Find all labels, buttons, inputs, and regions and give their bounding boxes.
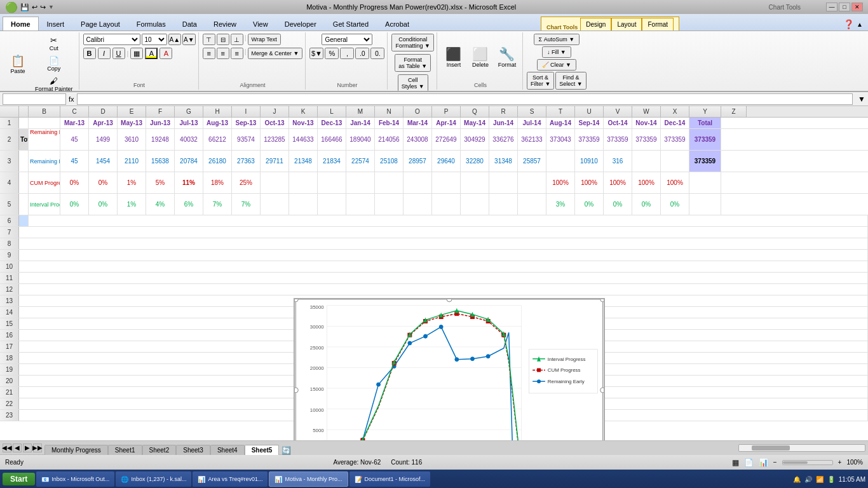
cell-rest-11[interactable]	[19, 273, 868, 283]
underline-button[interactable]: U	[112, 48, 125, 59]
tab-data[interactable]: Data	[174, 17, 205, 30]
normal-view-icon[interactable]: ▦	[732, 458, 739, 467]
find-select-button[interactable]: Find &Select ▼	[555, 72, 586, 90]
cell-H3[interactable]: 26180	[203, 151, 232, 172]
cell-Y4[interactable]	[689, 172, 721, 193]
ribbon-minimize-icon[interactable]: ▲	[857, 21, 863, 28]
fill-color-button[interactable]: A	[145, 48, 158, 59]
cell-K5[interactable]	[289, 194, 318, 215]
cell-N3[interactable]: 25108	[375, 151, 403, 172]
cell-B2[interactable]: Cum Remaining Early	[29, 129, 60, 150]
cell-Q2[interactable]: 304929	[461, 129, 489, 150]
cell-M5[interactable]	[346, 194, 375, 215]
cell-W4[interactable]: 100%	[632, 172, 661, 193]
col-header-G[interactable]: G	[175, 106, 203, 117]
col-header-empty[interactable]	[19, 106, 29, 117]
cell-F3[interactable]: 15638	[146, 151, 175, 172]
cell-F4[interactable]: 5%	[146, 172, 175, 193]
cell-R2[interactable]: 336276	[489, 129, 518, 150]
col-header-S[interactable]: S	[518, 106, 546, 117]
cell-rest-12[interactable]	[19, 284, 868, 295]
col-header-Z[interactable]: Z	[721, 106, 747, 117]
tab-get-started[interactable]: Get Started	[325, 17, 377, 30]
cell-J3[interactable]: 29711	[261, 151, 289, 172]
cell-Y2[interactable]: 373359	[689, 129, 721, 150]
row-num-21[interactable]: 21	[0, 387, 19, 398]
sort-filter-button[interactable]: Sort &Filter ▼	[527, 72, 554, 90]
cell-T3[interactable]	[546, 151, 575, 172]
cell-L5[interactable]	[318, 194, 346, 215]
copy-button[interactable]: 📄Copy	[32, 54, 76, 74]
row-num-13[interactable]: 13	[0, 295, 19, 306]
sheet-tab-sheet4[interactable]: Sheet4	[210, 445, 245, 455]
help-icon[interactable]: ❓	[843, 19, 854, 29]
cell-C4[interactable]: 0%	[60, 172, 89, 193]
cell-P4[interactable]	[432, 172, 461, 193]
cell-M2[interactable]: 189040	[346, 129, 375, 150]
taskbar-area-vs[interactable]: 📊Area vs Treq#rev01...	[193, 471, 268, 487]
cell-T5[interactable]: 3%	[546, 194, 575, 215]
cell-C2[interactable]: 45	[60, 129, 89, 150]
col-header-I[interactable]: I	[232, 106, 261, 117]
sheet-nav-right-icon[interactable]: ▶▶	[33, 444, 42, 452]
cell-Q1[interactable]: May-14	[461, 118, 489, 128]
cell-W1[interactable]: Nov-14	[632, 118, 661, 128]
col-header-J[interactable]: J	[261, 106, 289, 117]
cell-G5[interactable]: 6%	[175, 194, 203, 215]
cell-J2[interactable]: 123285	[261, 129, 289, 150]
insert-cells-button[interactable]: ⬛ Insert	[441, 38, 466, 76]
cell-M4[interactable]	[346, 172, 375, 193]
cell-L2[interactable]: 166466	[318, 129, 346, 150]
col-header-K[interactable]: K	[289, 106, 318, 117]
cell-C3[interactable]: 45	[60, 151, 89, 172]
cell-Y3[interactable]: 373359	[689, 151, 721, 172]
bold-button[interactable]: B	[83, 48, 96, 59]
cell-O1[interactable]: Mar-14	[403, 118, 432, 128]
row-num-12[interactable]: 12	[0, 284, 19, 295]
cell-H1[interactable]: Aug-13	[203, 118, 232, 128]
col-header-W[interactable]: W	[632, 106, 661, 117]
cell-T1[interactable]: Aug-14	[546, 118, 575, 128]
cell-rest-9[interactable]	[19, 250, 868, 261]
borders-button[interactable]: ▦	[130, 48, 143, 59]
cell-E1[interactable]: May-13	[118, 118, 146, 128]
sheet-tab-monthly-progress[interactable]: Monthly Progress	[44, 445, 108, 455]
expand-formula-icon[interactable]: ▼	[858, 95, 865, 104]
col-header-H[interactable]: H	[203, 106, 232, 117]
cell-W5[interactable]: 0%	[632, 194, 661, 215]
cell-U1[interactable]: Sep-14	[575, 118, 604, 128]
cell-B3[interactable]: Remaining Early	[29, 151, 60, 172]
cell-D1[interactable]: Apr-13	[89, 118, 118, 128]
col-header-C[interactable]: C	[60, 106, 89, 117]
row-num-4[interactable]: 4	[0, 172, 19, 193]
cell-S2[interactable]: 362133	[518, 129, 546, 150]
number-format-select[interactable]: General	[322, 34, 372, 45]
sheet-nav-next-icon[interactable]: ▶	[23, 444, 32, 452]
col-header-M[interactable]: M	[346, 106, 375, 117]
cell-N4[interactable]	[375, 172, 403, 193]
maximize-button[interactable]: □	[839, 3, 850, 11]
cell-C1[interactable]: Mar-13	[60, 118, 89, 128]
clear-button[interactable]: 🧹 Clear ▼	[537, 59, 576, 71]
col-header-B[interactable]: B	[29, 106, 60, 117]
insert-sheet-icon[interactable]: 🔄	[281, 446, 291, 455]
cell-U5[interactable]: 0%	[575, 194, 604, 215]
cell-rest-8[interactable]	[19, 238, 868, 249]
cell-Q3[interactable]: 32280	[461, 151, 489, 172]
cell-P2[interactable]: 272649	[432, 129, 461, 150]
row-num-15[interactable]: 15	[0, 318, 19, 329]
tab-home[interactable]: Home	[3, 17, 39, 30]
cell-L1[interactable]: Dec-13	[318, 118, 346, 128]
cell-A3[interactable]	[19, 151, 29, 172]
cell-V4[interactable]: 100%	[604, 172, 632, 193]
cell-K3[interactable]: 21348	[289, 151, 318, 172]
col-header-U[interactable]: U	[575, 106, 604, 117]
cell-J4[interactable]	[261, 172, 289, 193]
cell-T2[interactable]: 373043	[546, 129, 575, 150]
col-header-V[interactable]: V	[604, 106, 632, 117]
cell-P5[interactable]	[432, 194, 461, 215]
cell-B4[interactable]: CUM Progress	[29, 172, 60, 193]
cell-J1[interactable]: Oct-13	[261, 118, 289, 128]
tab-view[interactable]: View	[245, 17, 276, 30]
cell-R3[interactable]: 31348	[489, 151, 518, 172]
